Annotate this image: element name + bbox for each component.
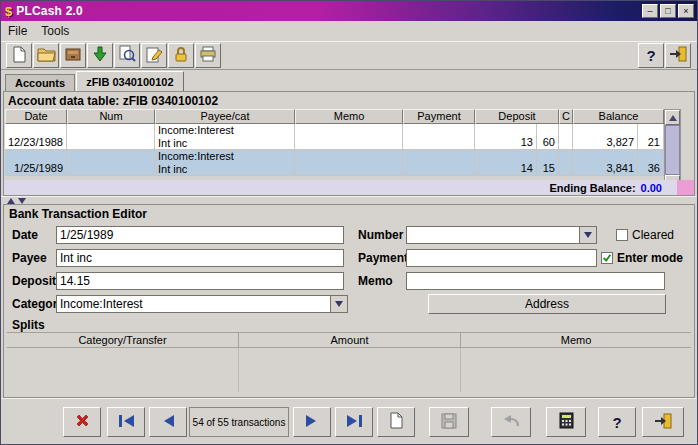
- splits-column-amount[interactable]: Amount: [239, 333, 461, 347]
- delete-transaction-button[interactable]: [63, 407, 101, 437]
- import-icon: [92, 46, 108, 65]
- transaction-counter-text: 54 of 55 transactions: [193, 417, 286, 428]
- column-header-payment[interactable]: Payment: [403, 109, 475, 124]
- scrollbar-thumb[interactable]: [665, 125, 680, 175]
- splits-column-category[interactable]: Category/Transfer: [7, 333, 239, 347]
- new-transaction-button[interactable]: [377, 407, 415, 437]
- lock-icon: [174, 46, 188, 66]
- undo-button[interactable]: [491, 407, 531, 437]
- edit-button[interactable]: [141, 43, 167, 68]
- first-transaction-button[interactable]: [107, 407, 145, 437]
- help-icon: ?: [646, 47, 655, 64]
- table-header-row: Date Num Payee/cat Memo Payment Deposit …: [5, 109, 664, 124]
- transaction-balance-cents: 21: [648, 136, 660, 149]
- checkmark-icon: [602, 252, 612, 264]
- column-header-memo[interactable]: Memo: [295, 109, 403, 124]
- transaction-num: [67, 124, 155, 150]
- transaction-deposit-cents: 60: [543, 136, 555, 149]
- undo-arrow-icon: [502, 414, 520, 431]
- dollar-app-icon: $: [5, 4, 12, 19]
- new-file-button[interactable]: [6, 43, 32, 68]
- transaction-date: 12/23/1988: [8, 136, 63, 149]
- next-transaction-button[interactable]: [293, 407, 331, 437]
- help-button-bottom[interactable]: ?: [598, 407, 636, 437]
- previous-transaction-button[interactable]: [149, 407, 187, 437]
- tab-accounts-label: Accounts: [15, 77, 65, 89]
- accounts-button[interactable]: [60, 43, 86, 68]
- number-combo-value: [407, 227, 579, 243]
- collapse-down-icon[interactable]: [18, 198, 26, 204]
- transaction-balance-dollars: 3,827: [606, 136, 634, 149]
- transaction-payee: Int inc: [158, 137, 291, 150]
- transaction-row-selected[interactable]: 1/25/1989 Income:Interest Int inc 14 15 …: [5, 150, 664, 176]
- transaction-memo: [295, 150, 403, 176]
- menu-file[interactable]: File: [8, 24, 27, 38]
- collapse-up-icon[interactable]: [7, 198, 15, 204]
- transaction-counter: 54 of 55 transactions: [189, 407, 289, 437]
- exit-button-bottom[interactable]: [642, 407, 684, 437]
- scrollbar-corner: [677, 180, 694, 195]
- help-button[interactable]: ?: [638, 43, 664, 68]
- column-header-deposit[interactable]: Deposit: [475, 109, 559, 124]
- transaction-deposit-dollars: 13: [521, 136, 533, 149]
- calculator-button[interactable]: [546, 407, 586, 437]
- splits-column-memo[interactable]: Memo: [461, 333, 691, 347]
- first-record-icon: [117, 414, 136, 431]
- bank-transaction-editor: Bank Transaction Editor Date Number Clea…: [3, 204, 695, 398]
- splits-body[interactable]: [7, 348, 691, 392]
- save-floppy-icon: [441, 413, 457, 432]
- transactions-table: Date Num Payee/cat Memo Payment Deposit …: [5, 109, 694, 191]
- category-combo[interactable]: Income:Interest: [56, 295, 348, 313]
- window-title: PLCash 2.0: [16, 4, 83, 18]
- new-file-icon: [12, 46, 27, 66]
- column-header-num[interactable]: Num: [67, 109, 155, 124]
- find-button[interactable]: [114, 43, 140, 68]
- exit-button[interactable]: [665, 43, 691, 68]
- save-transaction-button[interactable]: [429, 407, 469, 437]
- cleared-checkbox[interactable]: [616, 229, 628, 241]
- tab-accounts[interactable]: Accounts: [5, 74, 75, 91]
- memo-field[interactable]: [406, 272, 665, 290]
- transaction-balance-dollars: 3,841: [606, 162, 634, 175]
- search-document-icon: [118, 45, 136, 66]
- bottom-toolbar: 54 of 55 transactions ?: [1, 398, 697, 445]
- transaction-row[interactable]: 12/23/1988 Income:Interest Int inc 13 60…: [5, 124, 664, 150]
- previous-record-icon: [160, 414, 176, 431]
- address-button[interactable]: Address: [428, 294, 666, 314]
- minimize-button[interactable]: –: [642, 4, 658, 18]
- close-button[interactable]: ×: [678, 4, 694, 18]
- edit-document-icon: [145, 46, 163, 66]
- menu-bar: File Tools: [1, 21, 697, 41]
- print-button[interactable]: [195, 43, 221, 68]
- date-field[interactable]: [56, 226, 344, 244]
- scroll-up-button[interactable]: [665, 110, 680, 125]
- tab-account-zfib[interactable]: zFIB 0340100102: [76, 71, 183, 91]
- column-header-payee-cat[interactable]: Payee/cat: [155, 109, 295, 124]
- payee-field[interactable]: [56, 249, 344, 267]
- column-header-cleared[interactable]: C: [559, 109, 573, 124]
- deposit-field[interactable]: [56, 272, 344, 290]
- ending-balance-row: Ending Balance: 0.00: [4, 180, 694, 195]
- tab-account-zfib-label: zFIB 0340100102: [86, 76, 173, 88]
- number-combo[interactable]: [406, 226, 597, 244]
- chevron-down-icon[interactable]: [330, 296, 347, 312]
- menu-tools[interactable]: Tools: [41, 24, 69, 38]
- payment-field[interactable]: [406, 249, 597, 267]
- transaction-payment: [403, 150, 475, 176]
- transaction-payee: Int inc: [158, 163, 291, 176]
- split-pane-divider[interactable]: [1, 196, 697, 204]
- lock-button[interactable]: [168, 43, 194, 68]
- title-bar[interactable]: $ PLCash 2.0 – □ ×: [1, 1, 697, 21]
- maximize-button[interactable]: □: [660, 4, 676, 18]
- editor-title: Bank Transaction Editor: [9, 207, 147, 221]
- table-vertical-scrollbar[interactable]: [664, 109, 681, 191]
- transaction-balance-cents: 36: [648, 162, 660, 175]
- column-header-balance[interactable]: Balance: [573, 109, 664, 124]
- import-button[interactable]: [87, 43, 113, 68]
- enter-mode-checkbox[interactable]: [601, 252, 613, 264]
- column-header-date[interactable]: Date: [5, 109, 67, 124]
- account-data-panel: Account data table: zFIB 0340100102 Date…: [3, 91, 695, 196]
- open-file-button[interactable]: [33, 43, 59, 68]
- chevron-down-icon[interactable]: [579, 227, 596, 243]
- last-transaction-button[interactable]: [335, 407, 373, 437]
